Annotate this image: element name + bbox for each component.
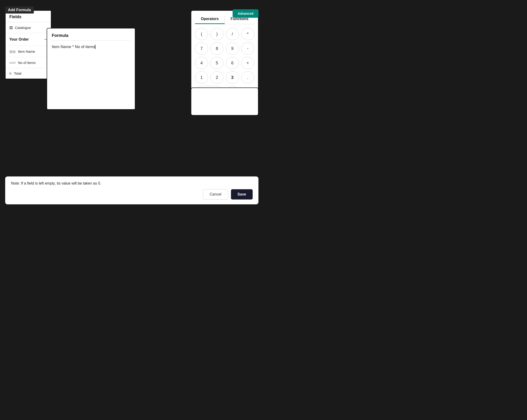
btn-close-paren[interactable]: ) (210, 28, 223, 40)
formula-cursor (95, 45, 95, 49)
advanced-button[interactable]: Advanced (233, 9, 258, 18)
btn-dot[interactable]: . (241, 71, 254, 84)
page-title: Add Formula (5, 7, 34, 13)
btn-eight[interactable]: 8 (210, 43, 223, 55)
item-name-item[interactable]: ◎ Item Name (6, 46, 51, 57)
bottom-note: Note: If a field is left empty, its valu… (5, 177, 258, 204)
btn-one[interactable]: 1 (195, 71, 208, 84)
total-item[interactable]: fx Total (6, 68, 51, 79)
catalogue-icon (9, 26, 13, 30)
btn-five[interactable]: 5 (210, 57, 223, 69)
your-order-label: Your Order (9, 37, 29, 42)
btn-nine[interactable]: 9 (226, 43, 239, 55)
btn-minus[interactable]: - (241, 43, 254, 55)
btn-open-paren[interactable]: ( (195, 28, 208, 40)
btn-plus[interactable]: + (241, 57, 254, 69)
total-label: Total (14, 71, 22, 75)
btn-six[interactable]: 6 (226, 57, 239, 69)
formula-panel: Formula Item Name * No of items (47, 28, 135, 110)
tab-operators[interactable]: Operators (195, 14, 225, 24)
input-field-icon: ▭ (9, 60, 16, 65)
btn-divide[interactable]: / (226, 28, 239, 40)
save-button[interactable]: Save (231, 189, 253, 199)
catalogue-label: Catalogue (15, 26, 31, 30)
btn-four[interactable]: 4 (195, 57, 208, 69)
btn-seven[interactable]: 7 (195, 43, 208, 55)
fields-panel: Fields Catalogue Your Order − ◎ Item Nam… (5, 10, 51, 79)
btn-two[interactable]: 2 (210, 71, 223, 84)
cancel-button[interactable]: Cancel (203, 189, 228, 199)
formula-label: Formula (52, 33, 130, 41)
btn-multiply[interactable]: * (241, 28, 254, 40)
radio-icon: ◎ (9, 49, 16, 54)
no-of-items-item[interactable]: ▭ No of items (6, 57, 51, 68)
bottom-actions: Cancel Save (11, 189, 253, 199)
your-order-section[interactable]: Your Order − (6, 33, 51, 46)
catalogue-item[interactable]: Catalogue (6, 22, 51, 33)
formula-content[interactable]: Item Name * No of items (52, 44, 130, 105)
btn-three[interactable]: 3 (226, 71, 239, 84)
no-of-items-label: No of items (18, 61, 36, 65)
item-name-label: Item Name (18, 49, 35, 54)
formula-text: Item Name * No of items (52, 44, 95, 49)
note-text: Note: If a field is left empty, its valu… (11, 181, 253, 186)
fx-icon: fx (9, 72, 12, 75)
keypad-extra-panel (191, 88, 258, 115)
